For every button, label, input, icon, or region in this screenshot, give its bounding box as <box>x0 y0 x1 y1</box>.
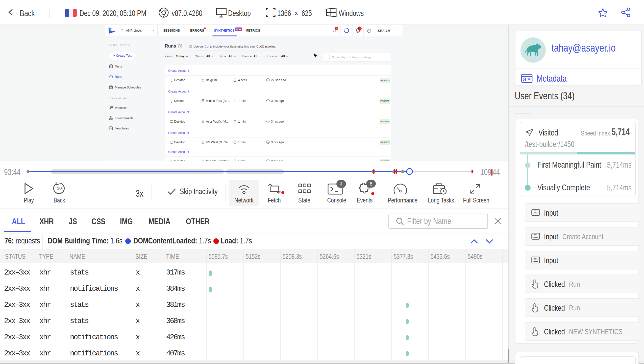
svg-text:10: 10 <box>57 186 62 191</box>
